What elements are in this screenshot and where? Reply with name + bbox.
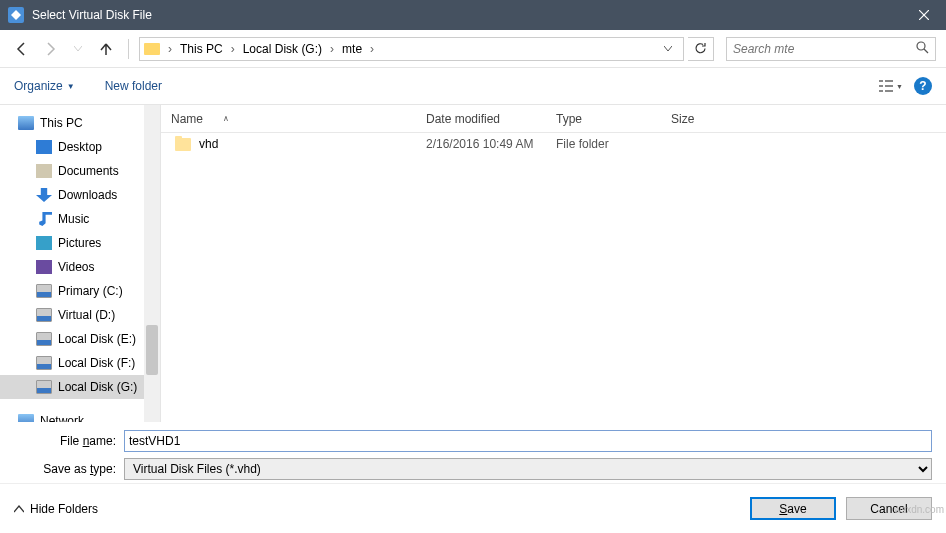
svg-line-3: [924, 49, 928, 53]
tree-desktop[interactable]: Desktop: [0, 135, 160, 159]
watermark: wsxdn.com: [894, 504, 944, 515]
svg-rect-4: [879, 80, 883, 82]
view-mode-button[interactable]: ▼: [878, 76, 904, 96]
tree-scrollbar[interactable]: [144, 105, 160, 422]
filetype-label: Save as type:: [14, 462, 124, 476]
tree-local-e[interactable]: Local Disk (E:): [0, 327, 160, 351]
chevron-down-icon: [74, 46, 82, 52]
chevron-right-icon: ›: [166, 42, 174, 56]
organize-button[interactable]: Organize ▼: [14, 79, 75, 93]
svg-rect-9: [885, 90, 893, 92]
tree-virtual-d[interactable]: Virtual (D:): [0, 303, 160, 327]
file-name: vhd: [199, 137, 218, 151]
search-icon[interactable]: [916, 41, 929, 57]
filename-input[interactable]: [124, 430, 932, 452]
window-title: Select Virtual Disk File: [32, 8, 901, 22]
pc-icon: [18, 116, 34, 130]
up-button[interactable]: [94, 37, 118, 61]
svg-rect-8: [879, 90, 883, 92]
help-button[interactable]: ?: [914, 77, 932, 95]
forward-button: [38, 37, 62, 61]
tree-primary-c[interactable]: Primary (C:): [0, 279, 160, 303]
refresh-icon: [694, 42, 707, 55]
new-folder-button[interactable]: New folder: [105, 79, 162, 93]
documents-icon: [36, 164, 52, 178]
chevron-down-icon: ▼: [896, 83, 903, 90]
chevron-right-icon: ›: [368, 42, 376, 56]
drive-icon: [36, 380, 52, 394]
main-pane: This PC Desktop Documents Downloads Musi…: [0, 104, 946, 422]
tree-this-pc[interactable]: This PC: [0, 111, 160, 135]
tree-downloads[interactable]: Downloads: [0, 183, 160, 207]
col-type[interactable]: Type: [546, 112, 661, 126]
svg-rect-5: [885, 80, 893, 82]
svg-point-2: [917, 42, 925, 50]
filename-label: File name:: [14, 434, 124, 448]
crumb-drive[interactable]: Local Disk (G:): [239, 40, 326, 58]
save-button[interactable]: Save: [750, 497, 836, 520]
tree-local-g[interactable]: Local Disk (G:): [0, 375, 160, 399]
search-input[interactable]: [733, 42, 916, 56]
back-button[interactable]: [10, 37, 34, 61]
file-date: 2/16/2016 10:49 AM: [416, 137, 546, 151]
address-bar[interactable]: › This PC › Local Disk (G:) › mte ›: [139, 37, 684, 61]
file-type: File folder: [546, 137, 661, 151]
file-list-pane: Name∧ Date modified Type Size vhd 2/16/2…: [160, 105, 946, 422]
tree-network[interactable]: Network: [0, 409, 160, 422]
title-bar: Select Virtual Disk File: [0, 0, 946, 30]
crumb-this-pc[interactable]: This PC: [176, 40, 227, 58]
separator: [128, 39, 129, 59]
close-button[interactable]: [901, 0, 946, 30]
drive-icon: [36, 332, 52, 346]
tree-pictures[interactable]: Pictures: [0, 231, 160, 255]
pictures-icon: [36, 236, 52, 250]
help-icon: ?: [919, 79, 926, 93]
filetype-select[interactable]: Virtual Disk Files (*.vhd): [124, 458, 932, 480]
col-name[interactable]: Name∧: [161, 112, 416, 126]
chevron-up-icon: [14, 505, 24, 513]
app-icon: [8, 7, 24, 23]
drive-icon: [36, 284, 52, 298]
chevron-right-icon: ›: [328, 42, 336, 56]
drive-icon: [36, 356, 52, 370]
address-dropdown[interactable]: [657, 38, 679, 60]
sort-asc-icon: ∧: [223, 114, 229, 123]
tree-documents[interactable]: Documents: [0, 159, 160, 183]
chevron-down-icon: [664, 46, 672, 52]
file-rows: vhd 2/16/2016 10:49 AM File folder: [161, 133, 946, 422]
chevron-right-icon: ›: [229, 42, 237, 56]
folder-icon: [144, 43, 160, 55]
nav-tree[interactable]: This PC Desktop Documents Downloads Musi…: [0, 105, 160, 422]
music-icon: [36, 212, 52, 226]
forward-icon: [42, 41, 58, 57]
footer: Hide Folders Save Cancel: [0, 483, 946, 533]
toolbar: Organize ▼ New folder ▼ ?: [0, 68, 946, 104]
svg-rect-6: [879, 85, 883, 87]
col-date[interactable]: Date modified: [416, 112, 546, 126]
save-form: File name: Save as type: Virtual Disk Fi…: [0, 422, 946, 480]
drive-icon: [36, 308, 52, 322]
tree-music[interactable]: Music: [0, 207, 160, 231]
navigation-bar: › This PC › Local Disk (G:) › mte ›: [0, 30, 946, 68]
up-icon: [99, 42, 113, 56]
hide-folders-button[interactable]: Hide Folders: [14, 502, 98, 516]
network-icon: [18, 414, 34, 422]
refresh-button[interactable]: [688, 37, 714, 61]
scrollbar-thumb[interactable]: [146, 325, 158, 375]
col-size[interactable]: Size: [661, 112, 761, 126]
recent-dropdown[interactable]: [66, 37, 90, 61]
file-row[interactable]: vhd 2/16/2016 10:49 AM File folder: [161, 133, 946, 155]
column-headers: Name∧ Date modified Type Size: [161, 105, 946, 133]
search-box[interactable]: [726, 37, 936, 61]
folder-icon: [175, 138, 191, 151]
desktop-icon: [36, 140, 52, 154]
tree-local-f[interactable]: Local Disk (F:): [0, 351, 160, 375]
downloads-icon: [36, 188, 52, 202]
close-icon: [919, 10, 929, 20]
tree-videos[interactable]: Videos: [0, 255, 160, 279]
svg-rect-7: [885, 85, 893, 87]
chevron-down-icon: ▼: [67, 82, 75, 91]
view-list-icon: [879, 79, 893, 93]
back-icon: [14, 41, 30, 57]
crumb-folder[interactable]: mte: [338, 40, 366, 58]
